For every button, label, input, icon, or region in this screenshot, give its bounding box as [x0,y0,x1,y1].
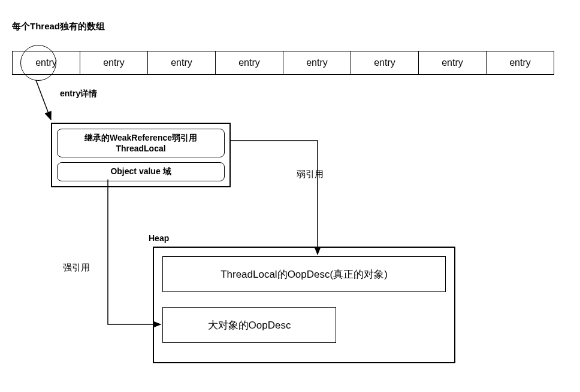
weak-ref-line1: 继承的WeakReference弱引用 [64,133,218,144]
entry-to-detail-arrow [36,80,51,120]
entry-detail-box: 继承的WeakReference弱引用 ThreadLocal Object v… [51,123,231,187]
array-cell: entry [215,51,283,75]
entry-detail-label: entry详情 [60,89,97,99]
array-cell: entry [147,51,216,75]
diagram-title: 每个Thread独有的数组 [12,21,105,32]
array-cell: entry [418,51,487,75]
weak-reference-label: 弱引用 [297,169,324,180]
weak-reference-arrow [231,141,318,254]
heap-box: ThreadLocal的OopDesc(真正的对象) 大对象的OopDesc [153,247,455,363]
weak-ref-line2: ThreadLocal [64,144,218,153]
value-field: Object value 域 [57,162,225,181]
array-cell: entry [283,51,351,75]
object-oopdesc: 大对象的OopDesc [162,307,336,343]
array-cell: entry [80,51,148,75]
array-cell: entry [486,51,554,75]
entry-highlight-circle [20,45,56,81]
array-cell: entry [351,51,419,75]
threadlocal-oopdesc: ThreadLocal的OopDesc(真正的对象) [162,256,446,292]
heap-label: Heap [149,233,169,243]
weak-reference-field: 继承的WeakReference弱引用 ThreadLocal [57,129,225,157]
strong-reference-label: 强引用 [63,262,90,274]
thread-array: entry entry entry entry entry entry entr… [12,51,554,75]
